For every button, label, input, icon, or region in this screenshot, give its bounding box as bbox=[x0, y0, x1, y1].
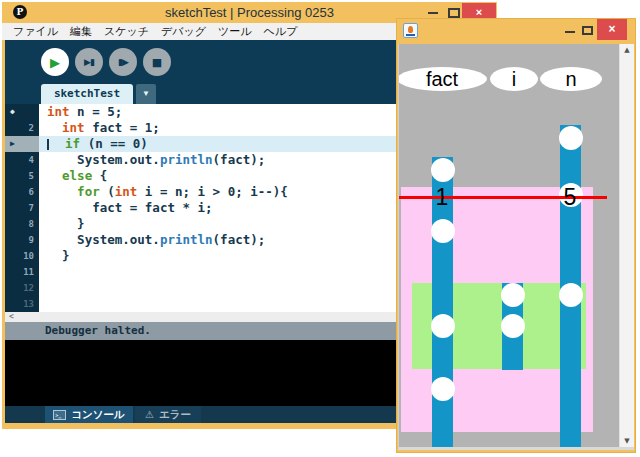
line-number[interactable]: 10 bbox=[5, 248, 39, 264]
tab-console[interactable]: >_ コンソール bbox=[45, 406, 133, 423]
warning-icon: ⚠ bbox=[145, 409, 154, 420]
menu-edit[interactable]: 編集 bbox=[64, 24, 98, 39]
desktop: P sketchTest | Processing 0253 × ファイル 編集… bbox=[0, 0, 640, 457]
line-number[interactable]: 11 bbox=[5, 264, 39, 280]
text-caret bbox=[47, 139, 49, 150]
scroll-down-arrow-icon[interactable]: ▼ bbox=[620, 437, 634, 445]
circle bbox=[431, 219, 455, 243]
menu-tools[interactable]: ツール bbox=[212, 24, 258, 39]
line-number[interactable]: 12 bbox=[5, 280, 39, 296]
ellipse-fact: fact bbox=[398, 67, 487, 91]
line-number[interactable]: 6 bbox=[5, 184, 39, 200]
tab-console-label: コンソール bbox=[71, 408, 124, 422]
terminal-icon: >_ bbox=[53, 410, 66, 420]
menu-sketch[interactable]: スケッチ bbox=[98, 24, 155, 39]
stop-icon: ■ bbox=[152, 56, 162, 69]
scroll-up-arrow-icon[interactable]: ▲ bbox=[620, 46, 634, 54]
sketch-close-button[interactable]: × bbox=[597, 19, 627, 40]
line-number[interactable]: 8 bbox=[5, 216, 39, 232]
circle bbox=[501, 314, 525, 338]
run-button[interactable]: ▶ bbox=[41, 48, 69, 76]
step-into-icon: ▮▶ bbox=[118, 57, 128, 67]
circle bbox=[559, 126, 583, 150]
menu-file[interactable]: ファイル bbox=[7, 24, 64, 39]
ide-maximize-button[interactable] bbox=[448, 8, 460, 18]
tab-errors-label: エラー bbox=[159, 408, 191, 422]
play-icon: ▶ bbox=[50, 55, 60, 70]
tab-sketchtest[interactable]: sketchTest bbox=[41, 84, 133, 104]
sketch-window: × fact i n 1 5 bbox=[396, 18, 636, 453]
sketch-maximize-button[interactable] bbox=[582, 26, 593, 35]
circle bbox=[431, 158, 455, 182]
ide-minimize-button[interactable] bbox=[428, 12, 438, 14]
menu-help[interactable]: ヘルプ bbox=[258, 24, 304, 39]
ellipse-i: i bbox=[490, 67, 538, 91]
current-line-icon[interactable]: ▶ bbox=[5, 136, 39, 152]
sketch-minimize-button[interactable] bbox=[565, 31, 575, 33]
sketch-vscrollbar[interactable]: ▲ ▼ bbox=[619, 44, 634, 447]
line-number[interactable]: 9 bbox=[5, 232, 39, 248]
line-number[interactable]: 13 bbox=[5, 296, 39, 312]
step-into-button[interactable]: ▮▶ bbox=[109, 48, 137, 76]
ellipse-n: n bbox=[540, 67, 602, 91]
sketch-canvas[interactable]: fact i n 1 5 ▲ ▼ bbox=[398, 44, 634, 450]
circle bbox=[501, 283, 525, 307]
stop-button[interactable]: ■ bbox=[143, 48, 171, 76]
step-button[interactable]: ▶▮ bbox=[75, 48, 103, 76]
menu-debug[interactable]: デバッグ bbox=[155, 24, 212, 39]
line-number[interactable]: 7 bbox=[5, 200, 39, 216]
breakpoint-icon[interactable]: ◆ bbox=[5, 104, 39, 120]
java-app-icon bbox=[403, 23, 418, 38]
circle bbox=[559, 283, 583, 307]
line-number[interactable]: 5 bbox=[5, 168, 39, 184]
tab-dropdown-button[interactable]: ▼ bbox=[136, 84, 156, 104]
scroll-left-arrow-icon[interactable]: < bbox=[9, 312, 14, 321]
line-number[interactable]: 2 bbox=[5, 120, 39, 136]
step-icon: ▶▮ bbox=[84, 57, 94, 67]
tab-errors[interactable]: ⚠ エラー bbox=[135, 406, 201, 423]
circle bbox=[431, 314, 455, 338]
value-fact: 1 bbox=[430, 184, 454, 211]
circle bbox=[431, 377, 455, 401]
line-number[interactable]: 4 bbox=[5, 152, 39, 168]
value-n: 5 bbox=[558, 184, 582, 211]
